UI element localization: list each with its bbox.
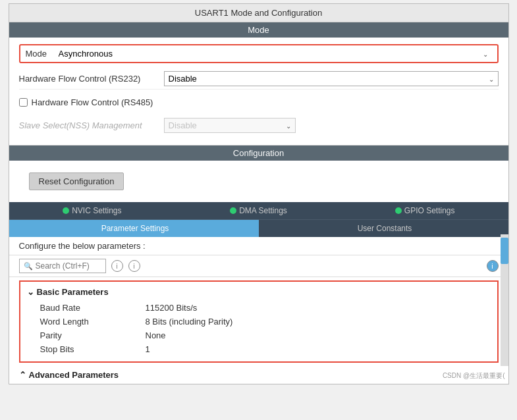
advanced-collapse-icon[interactable]: ⌃ [19,370,26,380]
nvic-label: NVIC Settings [72,206,121,215]
mode-section: Mode Asynchronous ⌄ Hardware Flow Contro… [9,38,508,145]
scrollbar-thumb[interactable] [501,238,508,264]
param-name-parity: Parity [40,330,146,340]
param-row-parity: Parity None [27,328,491,342]
dma-dot [230,207,236,214]
watermark: CSDN @生活最重要( [443,371,505,381]
tab-user-constants[interactable]: User Constants [259,220,508,237]
tab-dma-settings[interactable]: DMA Settings [175,202,342,219]
basic-params-label: Basic Parameters [37,287,109,297]
gpio-dot [395,207,402,214]
param-row-stop-bits: Stop Bits 1 [27,342,491,356]
slave-select-row: Slave Select(NSS) Management Disable ⌄ [19,115,499,136]
title-bar: USART1 Mode and Configuration [9,4,508,22]
hw-flow-rs485-checkbox[interactable] [19,98,28,107]
gpio-label: GPIO Settings [404,206,455,215]
param-value-baud-rate: 115200 Bits/s [146,303,198,313]
advanced-params-row: ⌃ Advanced Parameters [9,366,508,384]
nvic-dot [63,207,69,214]
hw-flow-rs232-select-wrapper[interactable]: Disable ⌄ [164,71,499,86]
main-panel: USART1 Mode and Configuration Mode Mode … [9,3,509,384]
tab-parameter-settings[interactable]: Parameter Settings [9,220,259,237]
user-const-label: User Constants [358,224,412,233]
mode-label: Mode [26,49,59,59]
search-input-wrapper[interactable]: 🔍 [19,259,106,273]
param-name-word-length: Word Length [40,317,146,327]
params-label: Configure the below parameters : [9,237,508,255]
hw-flow-rs232-row: Hardware Flow Control (RS232) Disable ⌄ [19,68,499,90]
param-label: Parameter Settings [101,224,169,233]
slave-label: Slave Select(NSS) Management [19,120,164,130]
info-button-2[interactable]: i [128,260,140,272]
reset-config-button[interactable]: Reset Configuration [29,172,124,190]
param-value-parity: None [146,330,166,340]
tabs-row1: NVIC Settings DMA Settings GPIO Settings [9,202,508,219]
basic-params-header: ⌄ Basic Parameters [27,287,491,297]
mode-section-header: Mode [9,22,508,38]
search-bar: 🔍 i i i [9,255,508,277]
param-value-stop-bits: 1 [146,344,150,354]
advanced-params-label: Advanced Parameters [29,370,119,380]
hw-flow-rs232-label: Hardware Flow Control (RS232) [19,74,164,84]
search-icon: 🔍 [24,262,33,271]
param-name-stop-bits: Stop Bits [40,344,146,354]
hw-flow-rs232-select[interactable]: Disable [169,74,494,84]
reset-btn-container: Reset Configuration [9,161,508,202]
param-row-word-length: Word Length 8 Bits (including Parity) [27,315,491,328]
tabs-row2: Parameter Settings User Constants [9,219,508,237]
tab-nvic-settings[interactable]: NVIC Settings [9,202,176,219]
hw-flow-rs485-label: Hardware Flow Control (RS485) [32,97,153,107]
info-button-1[interactable]: i [111,260,123,272]
slave-select[interactable]: Disable [169,120,291,130]
slave-select-wrapper[interactable]: Disable ⌄ [164,118,296,133]
info-button-right[interactable]: i [487,260,499,272]
outer-wrapper: USART1 Mode and Configuration Mode Mode … [0,0,517,420]
mode-select-wrapper[interactable]: Asynchronous ⌄ [59,49,492,59]
param-value-word-length: 8 Bits (including Parity) [146,317,233,327]
panel-title: USART1 Mode and Configuration [195,8,322,18]
param-name-baud-rate: Baud Rate [40,303,146,313]
search-input[interactable] [36,261,101,271]
params-content: ⌄ Basic Parameters Baud Rate 115200 Bits… [19,280,499,363]
param-row-baud-rate: Baud Rate 115200 Bits/s [27,301,491,315]
config-section-header: Configuration [9,145,508,161]
scrollbar[interactable] [501,234,508,366]
tab-gpio-settings[interactable]: GPIO Settings [342,202,508,219]
hw-flow-rs485-row[interactable]: Hardware Flow Control (RS485) [19,95,499,110]
dma-label: DMA Settings [239,206,287,215]
mode-select[interactable]: Asynchronous [59,49,492,59]
collapse-icon[interactable]: ⌄ [27,287,34,297]
mode-row: Mode Asynchronous ⌄ [19,44,499,63]
